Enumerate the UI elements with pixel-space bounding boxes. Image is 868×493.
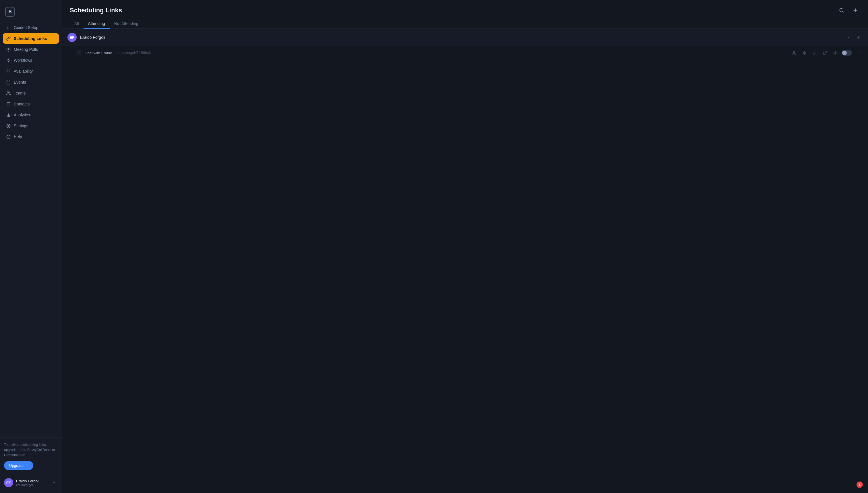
main-content: Scheduling Links All Attending Not Atten… — [62, 0, 868, 493]
analytics-icon — [6, 112, 11, 117]
add-button[interactable] — [851, 6, 860, 15]
meeting-polls-icon — [6, 47, 11, 52]
svg-marker-22 — [803, 51, 806, 55]
user-section: EF Eraldo Forgoli eraldoforgoli ··· — [0, 475, 62, 488]
help-icon — [6, 134, 11, 140]
tabs-bar: All Attending Not Attending — [62, 15, 868, 29]
link-external-icon[interactable] — [821, 49, 829, 57]
avatar: EF — [4, 478, 13, 487]
sidebar-item-events[interactable]: Events — [3, 77, 59, 87]
user-menu-button[interactable]: ··· — [52, 479, 58, 486]
link-copy-icon[interactable] — [831, 49, 839, 57]
link-more-button[interactable]: ··· — [854, 49, 862, 57]
person-add-link-button[interactable]: + — [854, 33, 862, 41]
sidebar-footer: To activate scheduling links, upgrade to… — [0, 437, 62, 475]
teams-icon — [6, 90, 11, 96]
app-logo: S — [5, 7, 15, 17]
sidebar-nav: ○ Guided Setup Scheduling Links Meeting … — [0, 22, 62, 437]
availability-icon — [6, 69, 11, 74]
svg-rect-5 — [8, 71, 10, 73]
svg-rect-6 — [7, 81, 10, 84]
settings-icon — [6, 123, 11, 128]
sidebar-item-analytics[interactable]: Analytics — [3, 110, 59, 120]
guided-setup-icon: ○ — [6, 25, 11, 30]
sidebar-item-label: Events — [14, 80, 26, 84]
link-checkbox[interactable] — [77, 50, 81, 55]
sidebar-item-availability[interactable]: Availability — [3, 66, 59, 77]
link-actions: ··· — [790, 49, 862, 57]
page-header: Scheduling Links — [62, 0, 868, 15]
sidebar-item-settings[interactable]: Settings — [3, 121, 59, 131]
sidebar-item-guided-setup[interactable]: ○ Guided Setup — [3, 22, 59, 33]
upgrade-text: To activate scheduling links, upgrade to… — [4, 442, 58, 458]
user-name: Eraldo Forgoli — [16, 479, 49, 483]
person-more-button[interactable]: ··· — [844, 34, 851, 41]
notification-badge[interactable]: 3 — [856, 481, 863, 488]
page-title: Scheduling Links — [70, 7, 122, 14]
svg-point-21 — [793, 51, 795, 52]
contacts-icon — [6, 102, 11, 107]
link-analytics-icon[interactable] — [810, 49, 819, 57]
user-handle: eraldoforgoli — [16, 483, 49, 487]
sidebar-item-label: Workflows — [14, 58, 32, 63]
search-button[interactable] — [837, 6, 846, 15]
svg-rect-4 — [7, 71, 8, 73]
svg-point-10 — [7, 91, 8, 93]
sidebar-item-label: Settings — [14, 124, 28, 128]
sidebar-item-meeting-polls[interactable]: Meeting Polls — [3, 44, 59, 55]
content-area: EF Eraldo Forgoli ··· + Chat with Eraldo… — [62, 29, 868, 493]
tab-not-attending[interactable]: Not Attending — [110, 19, 143, 29]
upgrade-button[interactable]: Upgrade → — [4, 461, 33, 470]
events-icon — [6, 80, 11, 85]
person-group: EF Eraldo Forgoli ··· + Chat with Eraldo… — [62, 29, 868, 60]
person-avatar: EF — [67, 33, 77, 42]
person-header[interactable]: EF Eraldo Forgoli ··· + — [62, 29, 868, 46]
link-row: Chat with Eraldo eraldoforgoli/7fc56ba6 — [62, 46, 868, 60]
sidebar-item-workflows[interactable]: Workflows — [3, 55, 59, 65]
svg-rect-2 — [7, 69, 8, 71]
sidebar-item-label: Scheduling Links — [14, 36, 47, 41]
sidebar-item-label: Guided Setup — [14, 25, 39, 30]
link-toggle[interactable] — [842, 50, 852, 56]
workflows-icon — [6, 58, 11, 63]
sidebar-item-contacts[interactable]: Contacts — [3, 99, 59, 109]
sidebar-item-help[interactable]: Help — [3, 132, 59, 142]
sidebar: S ○ Guided Setup Scheduling Links — [0, 0, 62, 493]
sidebar-item-label: Teams — [14, 91, 26, 95]
sidebar-item-label: Help — [14, 134, 22, 139]
svg-line-26 — [825, 51, 827, 53]
svg-point-14 — [8, 125, 9, 126]
sidebar-item-label: Meeting Polls — [14, 47, 38, 52]
sidebar-item-label: Contacts — [14, 102, 29, 106]
link-slug: eraldoforgoli/7fc56ba6 — [117, 51, 151, 55]
logo-area: S — [0, 5, 62, 22]
svg-line-18 — [842, 11, 843, 12]
scheduling-links-icon — [6, 36, 11, 41]
tab-all[interactable]: All — [70, 19, 84, 29]
person-name: Eraldo Forgoli — [80, 35, 840, 40]
sidebar-item-teams[interactable]: Teams — [3, 88, 59, 98]
sidebar-item-label: Analytics — [14, 113, 30, 117]
tab-attending[interactable]: Attending — [84, 19, 110, 29]
toggle-knob — [842, 50, 847, 55]
link-person-icon[interactable] — [790, 49, 798, 57]
link-bolt-icon[interactable] — [800, 49, 808, 57]
sidebar-item-label: Availability — [14, 69, 33, 73]
user-info: Eraldo Forgoli eraldoforgoli — [16, 479, 49, 487]
svg-rect-3 — [8, 69, 10, 71]
link-name: Chat with Eraldo — [85, 51, 112, 55]
sidebar-item-scheduling-links[interactable]: Scheduling Links — [3, 33, 59, 44]
header-actions — [837, 6, 860, 15]
svg-marker-1 — [7, 59, 10, 62]
